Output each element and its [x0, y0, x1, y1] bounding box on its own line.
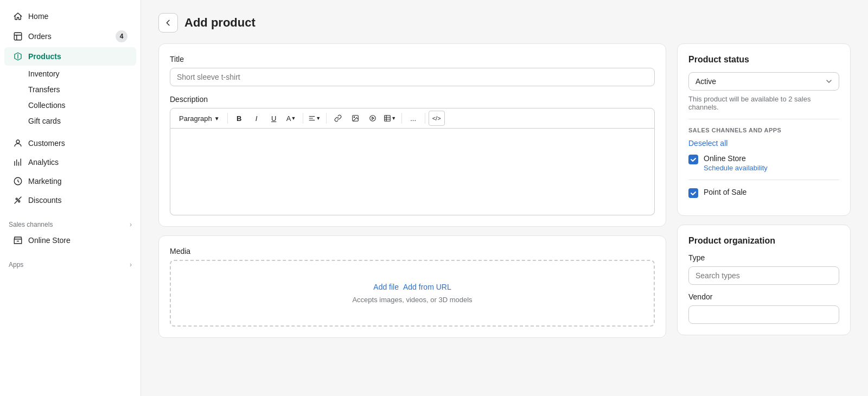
- sidebar-item-label: Analytics: [28, 158, 59, 167]
- title-label: Title: [170, 55, 655, 63]
- svg-point-6: [354, 117, 355, 118]
- channels-section-label: SALES CHANNELS AND APPS: [688, 127, 839, 133]
- back-button[interactable]: [158, 13, 178, 33]
- text-color-button[interactable]: A▼: [283, 111, 299, 126]
- sidebar-item-label: Orders: [28, 32, 52, 41]
- status-select[interactable]: Active Draft: [688, 72, 839, 91]
- sidebar-item-products[interactable]: Products: [4, 47, 136, 66]
- channel-item-online-store: Online Store Schedule availability: [688, 154, 839, 172]
- media-card: Media Add file Add from URL Accepts imag…: [158, 235, 666, 338]
- status-hint: This product will be available to 2 sale…: [688, 95, 839, 111]
- sidebar-sub-label: Transfers: [28, 85, 60, 94]
- sidebar-item-label: Products: [28, 52, 61, 61]
- table-button[interactable]: ▼: [382, 111, 398, 126]
- sidebar-item-label: Discounts: [28, 196, 61, 205]
- sidebar-sub-label: Gift cards: [28, 117, 61, 125]
- underline-button[interactable]: U: [266, 111, 282, 126]
- vendor-label: Vendor: [688, 292, 839, 301]
- sidebar-item-label: Online Store: [28, 236, 71, 245]
- align-button[interactable]: ▼: [307, 111, 323, 126]
- sidebar-item-discounts[interactable]: Discounts: [4, 191, 136, 209]
- online-store-checkbox[interactable]: [688, 155, 698, 164]
- title-description-card: Title Description Paragraph ▼ B I U A▼: [158, 43, 666, 227]
- product-org-title: Product organization: [688, 236, 839, 246]
- sidebar-item-customers[interactable]: Customers: [4, 134, 136, 152]
- media-label: Media: [170, 247, 655, 256]
- sidebar-item-transfers[interactable]: Transfers: [4, 82, 136, 97]
- sidebar-item-label: Home: [28, 12, 48, 21]
- link-button[interactable]: [330, 111, 346, 126]
- sidebar: Home Orders 4 Products Inventory Transfe…: [0, 0, 141, 396]
- media-hint: Accepts images, videos, or 3D models: [352, 296, 472, 304]
- more-button[interactable]: ...: [405, 111, 422, 126]
- deselect-all-link[interactable]: Deselect all: [688, 139, 839, 148]
- italic-button[interactable]: I: [248, 111, 265, 126]
- description-label: Description: [170, 95, 655, 104]
- media-dropzone[interactable]: Add file Add from URL Accepts images, vi…: [170, 260, 655, 327]
- apps-section[interactable]: Apps ›: [0, 254, 141, 271]
- paragraph-label: Paragraph: [179, 114, 212, 123]
- sales-channels-section[interactable]: Sales channels ›: [0, 214, 141, 231]
- sidebar-item-collections[interactable]: Collections: [4, 98, 136, 113]
- sidebar-item-online-store[interactable]: Online Store: [4, 231, 136, 250]
- sidebar-item-label: Customers: [28, 139, 65, 148]
- pos-checkbox[interactable]: [688, 188, 698, 198]
- sidebar-item-label: Marketing: [28, 177, 61, 186]
- product-organization-card: Product organization Type Vendor: [677, 225, 851, 335]
- online-store-name: Online Store: [704, 154, 768, 163]
- product-status-card: Product status Active Draft This product…: [677, 43, 851, 216]
- sidebar-item-marketing[interactable]: Marketing: [4, 172, 136, 190]
- page-header: Add product: [158, 13, 851, 33]
- vendor-input[interactable]: [688, 305, 839, 324]
- sidebar-sub-label: Collections: [28, 101, 65, 110]
- paragraph-dropdown[interactable]: Paragraph ▼: [175, 112, 224, 125]
- channel-item-pos: Point of Sale: [688, 188, 839, 198]
- svg-point-1: [16, 140, 20, 143]
- bold-button[interactable]: B: [231, 111, 247, 126]
- description-editor[interactable]: [170, 129, 655, 215]
- apps-label: Apps: [9, 261, 23, 269]
- card-divider: [688, 180, 839, 180]
- pos-name: Point of Sale: [704, 188, 746, 196]
- video-button[interactable]: [365, 111, 381, 126]
- image-button[interactable]: [347, 111, 363, 126]
- code-button[interactable]: </>: [429, 111, 445, 126]
- svg-point-4: [18, 201, 20, 202]
- title-input[interactable]: [170, 68, 655, 86]
- chevron-right-icon: ›: [130, 221, 132, 228]
- svg-rect-0: [14, 33, 22, 40]
- chevron-down-icon: ▼: [214, 116, 220, 122]
- home-icon: [13, 11, 23, 21]
- sidebar-item-home[interactable]: Home: [4, 7, 136, 25]
- type-input[interactable]: [688, 266, 839, 285]
- svg-point-3: [16, 198, 17, 200]
- products-icon: [13, 52, 23, 61]
- orders-icon: [13, 31, 23, 41]
- discounts-icon: [13, 195, 23, 205]
- schedule-availability-link[interactable]: Schedule availability: [704, 164, 768, 172]
- sidebar-item-analytics[interactable]: Analytics: [4, 153, 136, 171]
- analytics-icon: [13, 157, 23, 167]
- svg-rect-8: [385, 116, 391, 122]
- channel-info-pos: Point of Sale: [704, 188, 746, 196]
- add-from-url-link[interactable]: Add from URL: [403, 283, 451, 291]
- product-status-title: Product status: [688, 55, 839, 65]
- divider: [425, 113, 425, 124]
- type-label: Type: [688, 253, 839, 262]
- content-main: Title Description Paragraph ▼ B I U A▼: [158, 43, 666, 338]
- card-divider: [688, 119, 839, 119]
- main-content: Add product Title Description Paragraph …: [141, 0, 868, 396]
- channel-info-online-store: Online Store Schedule availability: [704, 154, 768, 172]
- sidebar-item-orders[interactable]: Orders 4: [4, 26, 136, 47]
- add-file-link[interactable]: Add file: [373, 283, 399, 291]
- content-layout: Title Description Paragraph ▼ B I U A▼: [158, 43, 851, 338]
- sidebar-item-gift-cards[interactable]: Gift cards: [4, 113, 136, 129]
- store-icon: [13, 235, 23, 245]
- editor-toolbar: Paragraph ▼ B I U A▼ ▼: [170, 108, 655, 129]
- sidebar-item-inventory[interactable]: Inventory: [4, 66, 136, 81]
- divider: [326, 113, 327, 124]
- svg-point-7: [369, 116, 375, 122]
- divider: [401, 113, 402, 124]
- chevron-right-icon: ›: [130, 261, 132, 269]
- sidebar-sub-label: Inventory: [28, 69, 60, 78]
